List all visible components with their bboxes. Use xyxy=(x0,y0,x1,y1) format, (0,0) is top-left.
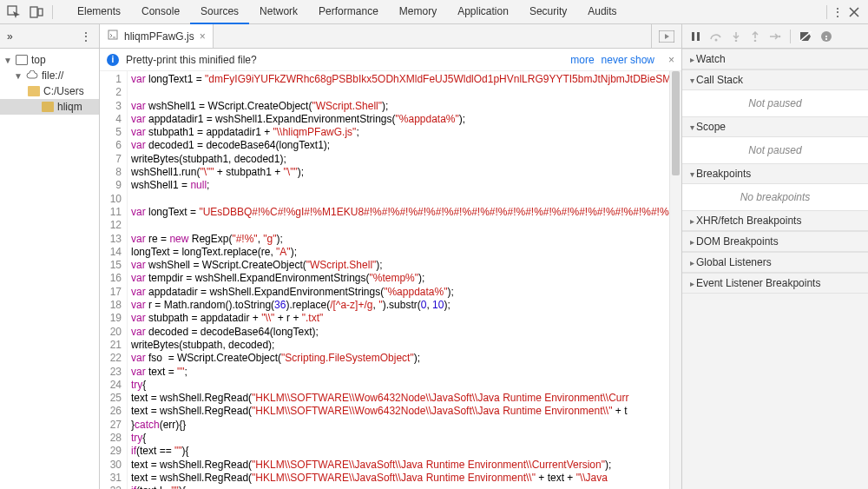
folder-icon xyxy=(28,86,40,96)
dom-breakpoints-header[interactable]: ▸DOM Breakpoints xyxy=(682,231,868,252)
debugger-controls xyxy=(681,24,868,48)
step-out-icon[interactable] xyxy=(750,31,760,42)
infobar-more-link[interactable]: more xyxy=(570,54,594,66)
section-title: XHR/fetch Breakpoints xyxy=(696,215,801,227)
deactivate-breakpoints-icon[interactable] xyxy=(799,31,812,42)
main-tabs: ElementsConsoleSourcesNetworkPerformance… xyxy=(67,0,628,24)
section-title: Breakpoints xyxy=(696,168,751,180)
tree-top[interactable]: ▼ top xyxy=(0,52,99,68)
callstack-header[interactable]: ▾Call Stack xyxy=(682,69,868,90)
section-title: Watch xyxy=(696,53,726,65)
main-tabs-bar: ElementsConsoleSourcesNetworkPerformance… xyxy=(0,0,868,24)
infobar-message: Pretty-print this minified file? xyxy=(126,54,257,66)
step-into-icon[interactable] xyxy=(731,31,741,42)
separator xyxy=(52,5,53,19)
tree-folder[interactable]: C:/Users xyxy=(0,83,99,99)
breakpoints-header[interactable]: ▾Breakpoints xyxy=(682,163,868,184)
device-toolbar-icon[interactable] xyxy=(30,5,43,19)
close-tab-icon[interactable]: × xyxy=(200,30,206,43)
svg-point-10 xyxy=(779,35,781,37)
infobar-never-link[interactable]: never show xyxy=(602,54,654,66)
tab-application[interactable]: Application xyxy=(447,0,519,24)
svg-rect-2 xyxy=(38,9,43,16)
vertical-scrollbar[interactable] xyxy=(669,71,681,489)
svg-point-7 xyxy=(715,38,718,41)
file-tabs: hliqmPFawG.js × xyxy=(100,24,651,48)
line-gutter: 1234567891011121314151617181920212223242… xyxy=(100,71,128,489)
navigator-menu-icon[interactable]: ⋮ xyxy=(81,30,92,43)
main-area: ▼ top ▼ file:// C:/Users hliqm xyxy=(0,49,868,489)
section-title: DOM Breakpoints xyxy=(696,235,779,248)
code-editor: i Pretty-print this minified file? more … xyxy=(100,49,681,489)
svg-rect-5 xyxy=(692,32,694,41)
global-listeners-header[interactable]: ▸Global Listeners xyxy=(682,252,868,273)
section-title: Scope xyxy=(696,121,726,133)
inspect-element-icon[interactable] xyxy=(7,5,21,19)
navigator-more-icon[interactable]: » xyxy=(7,30,13,43)
tab-console[interactable]: Console xyxy=(131,0,190,24)
devtools-window: ElementsConsoleSourcesNetworkPerformance… xyxy=(0,0,868,489)
cloud-icon xyxy=(26,69,38,82)
svg-point-8 xyxy=(735,39,738,41)
section-title: Call Stack xyxy=(696,74,743,86)
tab-performance[interactable]: Performance xyxy=(308,0,389,24)
inspect-controls xyxy=(0,5,53,19)
step-icon[interactable] xyxy=(769,31,781,42)
close-devtools-icon[interactable] xyxy=(849,7,859,17)
callstack-body: Not paused xyxy=(682,90,868,116)
event-listener-header[interactable]: ▸Event Listener Breakpoints xyxy=(682,273,868,294)
file-tab-active[interactable]: hliqmPFawG.js × xyxy=(100,24,214,48)
svg-rect-1 xyxy=(30,7,37,17)
scrollbar-thumb[interactable] xyxy=(672,71,680,175)
caret-down-icon: ▼ xyxy=(3,56,12,65)
separator xyxy=(826,5,827,19)
snippet-icon xyxy=(107,29,119,43)
code-content[interactable]: var longText1 = "dmFyIG9iYUFkZWRhc68gPSB… xyxy=(128,71,669,489)
tab-memory[interactable]: Memory xyxy=(389,0,447,24)
tabs-right-controls: ⋮ xyxy=(826,5,868,19)
tree-label: hliqm xyxy=(57,101,82,113)
section-title: Global Listeners xyxy=(696,256,772,268)
file-tree: ▼ top ▼ file:// C:/Users hliqm xyxy=(0,49,100,489)
file-tab-label: hliqmPFawG.js xyxy=(124,30,194,43)
code-area[interactable]: 1234567891011121314151617181920212223242… xyxy=(100,71,681,489)
svg-rect-6 xyxy=(697,32,700,41)
infobar-close-icon[interactable]: × xyxy=(668,54,674,66)
caret-down-icon: ▼ xyxy=(14,71,23,81)
scope-body: Not paused xyxy=(682,137,868,163)
breakpoints-body: No breakpoints xyxy=(682,184,868,210)
svg-point-9 xyxy=(754,39,757,41)
tree-origin[interactable]: ▼ file:// xyxy=(0,68,99,83)
frame-icon xyxy=(16,55,28,65)
tab-audits[interactable]: Audits xyxy=(577,0,627,24)
svg-rect-13 xyxy=(825,36,827,37)
step-over-icon[interactable] xyxy=(710,31,722,42)
tab-sources[interactable]: Sources xyxy=(190,0,249,24)
xhr-breakpoints-header[interactable]: ▸XHR/fetch Breakpoints xyxy=(682,210,868,231)
tab-security[interactable]: Security xyxy=(519,0,577,24)
folder-icon xyxy=(42,102,54,112)
run-snippet-icon[interactable] xyxy=(659,30,674,43)
tree-label: C:/Users xyxy=(43,85,84,97)
pause-on-exceptions-icon[interactable] xyxy=(820,30,832,43)
pretty-print-infobar: i Pretty-print this minified file? more … xyxy=(100,49,681,71)
watch-header[interactable]: ▸Watch xyxy=(682,49,868,69)
navigator-header: » ⋮ xyxy=(0,24,100,48)
tab-network[interactable]: Network xyxy=(249,0,308,24)
sources-subbar: » ⋮ hliqmPFawG.js × xyxy=(0,24,868,49)
scope-header[interactable]: ▾Scope xyxy=(682,116,868,137)
tab-elements[interactable]: Elements xyxy=(67,0,131,24)
debugger-panel: ▸Watch ▾Call Stack Not paused ▾Scope Not… xyxy=(681,49,868,489)
info-icon: i xyxy=(107,54,119,66)
tree-label: top xyxy=(31,54,46,66)
separator xyxy=(790,30,791,43)
more-menu-icon[interactable]: ⋮ xyxy=(832,6,844,18)
run-snippet-area xyxy=(651,24,681,48)
section-title: Event Listener Breakpoints xyxy=(696,277,820,289)
svg-rect-14 xyxy=(825,38,827,40)
tree-label: file:// xyxy=(42,69,63,82)
tree-folder-selected[interactable]: hliqm xyxy=(0,99,99,115)
pause-icon[interactable] xyxy=(691,31,701,42)
